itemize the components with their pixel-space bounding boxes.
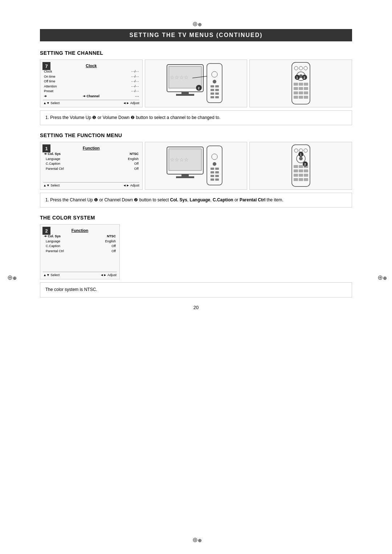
svg-rect-35 bbox=[299, 96, 303, 99]
svg-rect-25 bbox=[294, 83, 298, 86]
svg-rect-8 bbox=[211, 85, 214, 87]
svg-rect-54 bbox=[215, 175, 219, 177]
crosshair-left: ⊕ bbox=[7, 274, 15, 281]
svg-text:1: 1 bbox=[300, 153, 302, 156]
channel-footer-adjust: ◄► Adjust bbox=[123, 101, 139, 105]
channel-tv-sketch: ☆☆☆☆ bbox=[145, 59, 248, 107]
color-menu-rows: ➔ Col. SysNTSC LanguageEnglish C.Caption… bbox=[44, 234, 116, 254]
svg-rect-11 bbox=[215, 89, 219, 91]
section-channel-title: SETTING THE CHANNEL bbox=[40, 50, 352, 56]
function-desc-or: or bbox=[233, 197, 240, 202]
section-color-title: THE COLOR SYSTEM bbox=[40, 215, 352, 221]
svg-rect-10 bbox=[211, 89, 214, 91]
function-remote-svg: 1 2 bbox=[283, 144, 319, 188]
svg-point-47 bbox=[212, 154, 217, 160]
channel-footer-select: ▲▼ Select bbox=[43, 101, 60, 105]
svg-rect-36 bbox=[304, 96, 308, 99]
svg-text:2: 2 bbox=[198, 86, 200, 90]
svg-rect-73 bbox=[299, 178, 303, 181]
svg-rect-55 bbox=[211, 178, 214, 181]
main-title: SETTING THE TV MENUS (CONTINUED) bbox=[40, 29, 352, 41]
section-channel-images: 7 Clock Clock- -/- - On time- -/- - Off … bbox=[40, 59, 352, 107]
section-function-title: SETTING THE FUNCTION MENU bbox=[40, 132, 352, 138]
svg-point-20 bbox=[294, 66, 298, 70]
color-footer-select: ▲▼ Select bbox=[43, 273, 60, 277]
color-description: The color system is NTSC. bbox=[40, 282, 352, 297]
svg-rect-52 bbox=[215, 171, 219, 173]
svg-text:☆☆☆☆: ☆☆☆☆ bbox=[170, 74, 189, 80]
svg-rect-56 bbox=[215, 178, 219, 181]
svg-rect-15 bbox=[215, 96, 219, 98]
page-number: 20 bbox=[40, 305, 352, 310]
color-menu-footer: ▲▼ Select ◄► Adjust bbox=[43, 272, 117, 277]
svg-rect-63 bbox=[294, 165, 298, 168]
channel-badge: 7 bbox=[42, 62, 50, 70]
function-desc-parental: Parental Ctrl bbox=[240, 197, 265, 202]
svg-rect-9 bbox=[215, 85, 219, 87]
crosshair-bottom: ⊕ bbox=[192, 536, 200, 543]
svg-rect-3 bbox=[181, 92, 189, 94]
crosshair-top: ⊕ bbox=[192, 20, 200, 27]
svg-rect-49 bbox=[211, 168, 214, 170]
function-menu-rows: ➔ Col. SysNTSC LanguageEnglish C.Caption… bbox=[44, 152, 139, 171]
function-footer-adjust: ◄► Adjust bbox=[123, 184, 139, 187]
function-footer-select: ▲▼ Select bbox=[43, 184, 60, 187]
channel-menu-title: Clock bbox=[44, 63, 139, 68]
function-desc-ccaption: C.Caption bbox=[213, 197, 233, 202]
function-description: 1. Press the Channel Up ❶ or Channel Dow… bbox=[40, 193, 352, 208]
channel-menu-rows: Clock- -/- - On time- -/- - Off time- -/… bbox=[44, 69, 139, 99]
svg-rect-71 bbox=[304, 174, 308, 177]
svg-rect-74 bbox=[304, 178, 308, 181]
svg-rect-33 bbox=[304, 91, 308, 94]
svg-point-6 bbox=[212, 71, 217, 77]
svg-point-48 bbox=[213, 162, 216, 166]
svg-rect-26 bbox=[299, 83, 303, 86]
channel-menu-footer: ▲▼ Select ◄► Adjust bbox=[43, 100, 139, 105]
color-menu-title: Function bbox=[44, 228, 116, 233]
svg-rect-44 bbox=[181, 174, 189, 176]
svg-rect-51 bbox=[211, 171, 214, 173]
svg-text:2: 2 bbox=[303, 76, 305, 79]
svg-rect-64 bbox=[299, 165, 303, 168]
svg-text:1: 1 bbox=[296, 76, 298, 79]
svg-rect-12 bbox=[211, 93, 214, 95]
svg-rect-68 bbox=[304, 169, 308, 172]
svg-text:☆☆☆☆: ☆☆☆☆ bbox=[170, 157, 189, 163]
function-desc-text1: 1. Press the Channel Up ❶ or Channel Dow… bbox=[45, 197, 170, 202]
svg-rect-4 bbox=[176, 94, 194, 96]
svg-rect-50 bbox=[215, 168, 219, 170]
section-function-images: 1 Function ➔ Col. SysNTSC LanguageEnglis… bbox=[40, 142, 352, 190]
function-menu-box: 1 Function ➔ Col. SysNTSC LanguageEnglis… bbox=[40, 142, 143, 190]
svg-rect-27 bbox=[304, 83, 308, 86]
function-badge: 1 bbox=[42, 144, 50, 152]
svg-rect-13 bbox=[215, 93, 219, 95]
channel-description: 1. Press the Volume Up ❶ or Volume Down … bbox=[40, 110, 352, 125]
svg-rect-30 bbox=[304, 87, 308, 90]
svg-rect-14 bbox=[211, 96, 214, 98]
svg-point-58 bbox=[294, 149, 298, 152]
color-menu-box: 2 Function ➔ Col. SysNTSC LanguageEnglis… bbox=[40, 224, 120, 279]
section-channel: SETTING THE CHANNEL 7 Clock Clock- -/- -… bbox=[40, 50, 352, 125]
function-desc-comma1: , bbox=[187, 197, 190, 202]
svg-point-60 bbox=[304, 149, 307, 152]
function-remote-sketch: 1 2 bbox=[249, 142, 352, 190]
svg-rect-29 bbox=[299, 87, 303, 90]
svg-rect-32 bbox=[299, 91, 303, 94]
function-desc-language: Language bbox=[190, 197, 211, 202]
channel-menu-box: 7 Clock Clock- -/- - On time- -/- - Off … bbox=[40, 59, 143, 107]
svg-rect-45 bbox=[176, 176, 194, 178]
channel-remote-svg: 2 1 bbox=[283, 62, 319, 105]
svg-rect-70 bbox=[299, 174, 303, 177]
svg-rect-31 bbox=[294, 91, 298, 94]
svg-rect-66 bbox=[294, 169, 298, 172]
function-desc-colsys: Col. Sys bbox=[170, 197, 187, 202]
svg-rect-34 bbox=[294, 96, 298, 99]
svg-text:2: 2 bbox=[304, 163, 306, 166]
svg-rect-72 bbox=[294, 178, 298, 181]
section-function: SETTING THE FUNCTION MENU 1 Function ➔ C… bbox=[40, 132, 352, 208]
svg-point-21 bbox=[299, 66, 303, 70]
function-desc-end: the item. bbox=[265, 197, 283, 202]
svg-rect-67 bbox=[299, 169, 303, 172]
svg-rect-53 bbox=[211, 175, 214, 177]
function-menu-title: Function bbox=[44, 146, 139, 150]
